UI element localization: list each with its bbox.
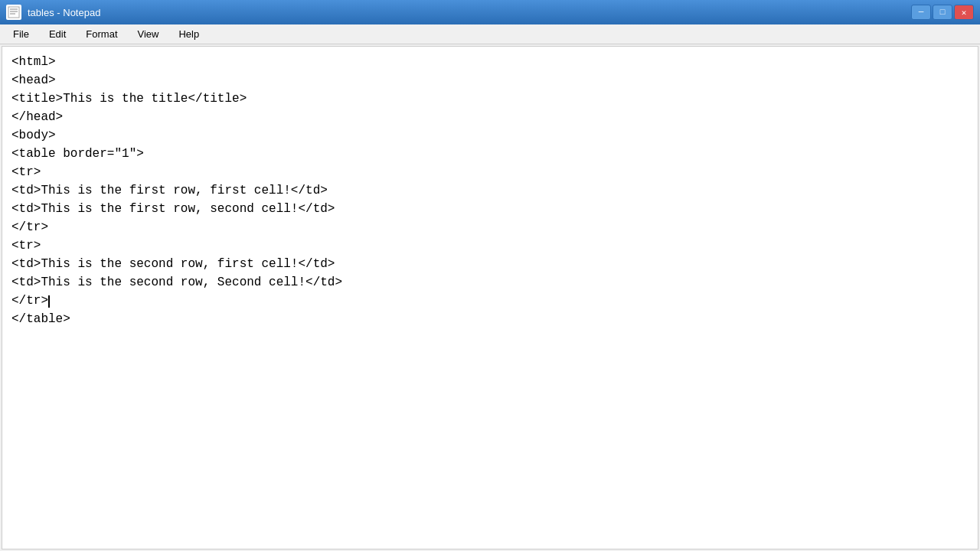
window-controls: ─ □ ✕ — [911, 5, 974, 20]
close-button[interactable]: ✕ — [954, 5, 974, 20]
minimize-button[interactable]: ─ — [911, 5, 931, 20]
editor-content[interactable]: <html> <head> <title>This is the title</… — [2, 47, 978, 549]
menu-file[interactable]: File — [3, 24, 39, 44]
maximize-button[interactable]: □ — [933, 5, 952, 20]
text-cursor — [48, 295, 50, 308]
menu-edit[interactable]: Edit — [39, 24, 76, 44]
menu-view[interactable]: View — [128, 24, 169, 44]
notepad-window: tables - Notepad ─ □ ✕ File Edit Format … — [0, 0, 980, 551]
menu-help[interactable]: Help — [168, 24, 209, 44]
menu-format[interactable]: Format — [76, 24, 127, 44]
editor-area[interactable]: <html> <head> <title>This is the title</… — [2, 46, 978, 549]
window-title: tables - Notepad — [28, 7, 905, 18]
app-icon — [6, 5, 21, 20]
menu-bar: File Edit Format View Help — [0, 24, 980, 44]
svg-rect-0 — [8, 7, 19, 18]
title-bar: tables - Notepad ─ □ ✕ — [0, 0, 980, 24]
